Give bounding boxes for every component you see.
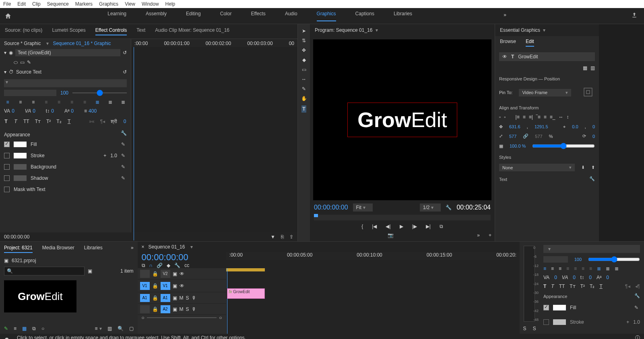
fontsize-value[interactable]: 100	[574, 257, 582, 262]
patch-v1[interactable]: V1	[140, 282, 150, 290]
menu-graphics[interactable]: Graphics	[99, 1, 118, 7]
justify-icon[interactable]: ≡	[566, 266, 569, 271]
vertical-type-icon[interactable]: ⇅	[302, 38, 306, 43]
subscript-icon[interactable]: T₂	[56, 118, 61, 125]
pinto-dropdown[interactable]: Video Frame	[519, 89, 571, 97]
pin-widget-icon[interactable]	[581, 85, 595, 100]
trk-v1[interactable]: V1	[161, 282, 170, 290]
panel-menu-icon[interactable]	[541, 27, 545, 33]
zoom-out-icon[interactable]: ○	[142, 315, 144, 321]
justify-icon[interactable]: ≡	[574, 266, 577, 271]
pen-tool-icon[interactable]: ◆	[302, 57, 306, 63]
indian-val[interactable]: 0	[123, 118, 127, 125]
ltr-icon[interactable]: ◂¶	[635, 284, 640, 289]
nest-icon[interactable]: ⧉	[142, 263, 145, 268]
tab-lumetri[interactable]: Lumetri Scopes	[52, 27, 85, 35]
cc-icon[interactable]: cc	[184, 263, 189, 268]
baseline-icon[interactable]: ≡	[84, 108, 87, 114]
shadow-swatch[interactable]	[14, 175, 27, 181]
opacity-val[interactable]: 100.0 %	[510, 144, 526, 148]
justify-left-icon[interactable]: ≡	[43, 99, 50, 106]
dist-v-icon[interactable]: ↕	[567, 114, 569, 120]
ws-audio[interactable]: Audio	[285, 11, 297, 21]
write-icon[interactable]: ✎	[4, 326, 8, 331]
link-icon[interactable]: 🔗	[523, 134, 528, 139]
group-icon[interactable]: ▥	[590, 65, 595, 71]
eye-icon[interactable]: 👁	[180, 283, 184, 289]
export-icon[interactable]	[631, 12, 638, 20]
selection-tool-icon[interactable]: ➤	[302, 28, 306, 34]
ec-sequence-link[interactable]: Sequence 01_16 * Graphic	[53, 41, 111, 46]
more-icon[interactable]: »	[477, 232, 480, 238]
hand-tool-icon[interactable]: ✋	[301, 96, 307, 101]
work-area-bar[interactable]	[226, 268, 265, 271]
sync-icon[interactable]: ▣	[173, 306, 177, 312]
bold-icon[interactable]: T	[543, 284, 546, 289]
program-timecode[interactable]: 00:00:00:00	[314, 204, 348, 211]
smallcaps-icon[interactable]: Tᴛ	[35, 118, 41, 125]
ws-overflow-icon[interactable]: »	[504, 12, 506, 20]
eg-tab-browse[interactable]: Browse	[500, 39, 516, 47]
push-down-icon[interactable]: ⬇	[581, 165, 585, 170]
scale-icon[interactable]: ⤢	[499, 134, 503, 139]
fontsize-value[interactable]: 100	[60, 90, 68, 96]
stroke-checkbox[interactable]	[4, 153, 10, 158]
solo-right[interactable]: S	[533, 326, 536, 331]
superscript-icon[interactable]: T²	[580, 284, 585, 289]
allcaps-icon[interactable]: TT	[559, 284, 565, 289]
justify-icon[interactable]: ≡	[582, 266, 584, 271]
bold-icon[interactable]: T	[4, 118, 8, 125]
stopwatch-icon[interactable]: ⏱	[9, 69, 14, 75]
leading-icon[interactable]: t↕	[580, 275, 584, 280]
opacity-slider[interactable]	[532, 143, 595, 149]
shadow-checkbox[interactable]	[4, 175, 10, 181]
superscript-icon[interactable]: T²	[46, 118, 51, 125]
justify-full-icon[interactable]: ≡	[81, 99, 88, 106]
pen-mask-icon[interactable]: ✎	[27, 60, 31, 65]
panel-menu-icon[interactable]	[374, 27, 378, 33]
bg-swatch[interactable]	[14, 164, 27, 170]
rec-icon[interactable]: 🎙	[192, 306, 196, 312]
tab-audio-mixer[interactable]: Audio Clip Mixer: Sequence 01_16	[155, 27, 229, 35]
menu-sequence[interactable]: Sequence	[47, 1, 69, 7]
sync-icon[interactable]: ▣	[173, 295, 177, 301]
justify-icon[interactable]: ≡	[589, 266, 592, 271]
lock-icon[interactable]: 🔒	[152, 306, 158, 312]
cloud-icon[interactable]: ☁	[4, 335, 9, 339]
ws-effects[interactable]: Effects	[251, 11, 265, 21]
freeform-icon[interactable]: ⧉	[32, 326, 36, 331]
font-style-dropdown[interactable]	[543, 256, 568, 263]
kerning-val[interactable]: 0	[573, 275, 576, 280]
baseline-icon[interactable]: Aª	[597, 275, 601, 280]
close-seq-icon[interactable]: ×	[142, 244, 144, 250]
halign-l-icon[interactable]: |≡	[516, 114, 520, 120]
font-dropdown[interactable]	[543, 245, 640, 253]
pos-x[interactable]: 631.6	[509, 124, 520, 129]
eye-icon[interactable]: 👁	[180, 271, 184, 277]
align-right-icon[interactable]: ≡	[559, 266, 561, 271]
eyedropper-icon[interactable]: ✎	[121, 164, 127, 170]
ws-learning[interactable]: Learning	[107, 11, 126, 21]
ws-assembly[interactable]: Assembly	[146, 11, 167, 21]
ws-color[interactable]: Color	[220, 11, 232, 21]
menu-file[interactable]: File	[3, 1, 11, 7]
new-bin-icon[interactable]: ▢	[129, 326, 134, 331]
opacity-icon[interactable]: ▦	[499, 144, 503, 149]
ws-libraries[interactable]: Libraries	[394, 11, 412, 21]
menu-window[interactable]: Window	[142, 1, 159, 7]
tracking-icon[interactable]: VA	[543, 275, 549, 280]
step-fwd-icon[interactable]: |▶	[412, 224, 417, 229]
indian-icon[interactable]: श्री	[111, 118, 117, 125]
twirl-down-icon[interactable]: ▾	[4, 69, 6, 75]
baseline-val[interactable]: 0	[606, 275, 609, 280]
fontsize-slider[interactable]	[588, 256, 640, 263]
reset-icon[interactable]: ↺	[123, 69, 127, 75]
filter-icon[interactable]: ▣	[88, 268, 92, 274]
pos-y[interactable]: 1291.5	[535, 124, 548, 129]
trk-v2[interactable]: V2	[161, 270, 170, 278]
find-icon[interactable]: 🔍	[118, 326, 124, 331]
info-icon[interactable]: ⓘ	[635, 335, 640, 339]
trk-a2[interactable]: A2	[161, 305, 170, 313]
ec-source-text-row[interactable]: ▾ ⏱ Source Text ↺	[4, 67, 127, 77]
eyedrop-tool-icon[interactable]: ✎	[302, 86, 306, 92]
